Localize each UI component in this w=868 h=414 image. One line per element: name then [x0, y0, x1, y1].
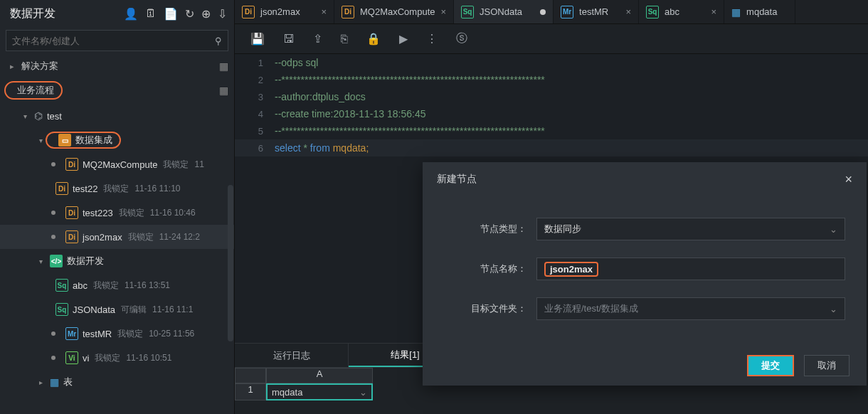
save-all-icon[interactable]: 🖫 — [283, 33, 295, 46]
close-icon[interactable]: × — [625, 6, 631, 17]
dropdown-icon[interactable]: ⌄ — [359, 387, 367, 398]
close-icon[interactable]: × — [711, 6, 716, 17]
tree-item-name: MQ2MaxCompute — [83, 159, 157, 170]
cancel-button[interactable]: 取消 — [804, 355, 850, 376]
table-icon: ▦ — [50, 376, 59, 388]
tree-item[interactable]: Vi vi 我锁定 11-16 10:51 — [0, 346, 234, 370]
tab-mqdata[interactable]: ▦ mqdata — [724, 0, 795, 23]
tree-node-integration[interactable]: ▾ ▭ 数据集成 — [0, 128, 234, 152]
tree-node-label: 数据集成 — [75, 134, 112, 147]
submit-icon[interactable]: ⇪ — [313, 32, 322, 46]
grid-icon[interactable]: ▦ — [219, 85, 227, 96]
deploy-icon[interactable]: ⎘ — [341, 33, 348, 46]
code-icon: </> — [50, 255, 63, 267]
close-icon[interactable]: × — [321, 6, 327, 17]
tree-item-name: vi — [83, 353, 89, 363]
create-node-modal: 新建节点 × 节点类型： 数据同步 ⌄ 节点名称： json2max 目标文件夹… — [423, 162, 867, 386]
tree-item-name: JSONdata — [73, 304, 115, 315]
grid-icon[interactable]: ▦ — [219, 60, 227, 72]
tree-item[interactable]: Di test223 我锁定 11-16 10:46 — [0, 201, 234, 225]
node-type-select[interactable]: 数据同步 ⌄ — [536, 218, 845, 240]
tree-item-meta: 我锁定 — [117, 328, 143, 340]
select-value: 数据同步 — [544, 223, 581, 235]
sidebar-search[interactable]: ⚲ — [6, 30, 228, 51]
status-dot — [51, 162, 55, 166]
tree-item-time: 11-16 13:51 — [125, 280, 170, 290]
grid-col-header[interactable]: A — [266, 368, 373, 383]
cost-icon[interactable]: ⓢ — [456, 31, 467, 46]
field-label-name: 节点名称： — [444, 262, 536, 275]
di-icon: Di — [65, 230, 78, 243]
close-icon[interactable]: × — [440, 6, 446, 17]
di-icon: Di — [342, 6, 354, 18]
section-flows-label: 业务流程 — [17, 84, 54, 97]
section-solutions[interactable]: ▸ 解决方案 ▦ — [0, 54, 234, 78]
tree-item[interactable]: Di test22 我锁定 11-16 11:10 — [0, 176, 234, 201]
search-input[interactable] — [12, 36, 215, 46]
tab-jsondata[interactable]: Sq JSONdata — [454, 0, 554, 23]
tree-node-tables[interactable]: ▸ ▦ 表 — [0, 370, 234, 394]
run-icon[interactable]: ▶ — [399, 32, 408, 46]
di-icon: Di — [65, 206, 78, 219]
mr-icon: Mr — [65, 327, 78, 340]
submit-button[interactable]: 提交 — [747, 355, 794, 376]
sq-icon: Sq — [646, 6, 659, 18]
tree-item[interactable]: Sq JSONdata 可编辑 11-16 11:1 — [0, 297, 234, 322]
refresh-icon[interactable]: ↻ — [185, 7, 194, 21]
code-text: --**************************************… — [275, 74, 545, 85]
tab-log[interactable]: 运行日志 — [235, 344, 349, 367]
section-flows[interactable]: 业务流程 ▦ — [0, 78, 234, 102]
dirty-indicator — [540, 9, 546, 15]
flow-icon: ⌬ — [34, 110, 43, 122]
tree-item-name: abc — [73, 280, 88, 291]
status-dot — [51, 356, 55, 360]
calendar-icon[interactable]: 🗓 — [145, 7, 157, 21]
code-text: mqdata; — [330, 142, 369, 154]
table-icon: ▦ — [731, 6, 741, 18]
tree-item-time: 11-16 10:46 — [150, 208, 196, 218]
tree-item-meta: 可编辑 — [121, 304, 147, 316]
tree-item[interactable]: Sq abc 我锁定 11-16 13:51 — [0, 273, 234, 297]
import-icon[interactable]: ⇩ — [218, 7, 227, 21]
grid-cell-value: mqdata — [272, 387, 302, 398]
tree-item-time: 11-24 12:2 — [159, 232, 200, 242]
tab-json2max[interactable]: Di json2max × — [235, 0, 334, 23]
tab-label: json2max — [260, 6, 300, 17]
grid-cell[interactable]: mqdata ⌄ — [266, 383, 373, 400]
field-label-type: 节点类型： — [444, 223, 536, 235]
di-icon: Di — [65, 158, 78, 171]
tab-testmr[interactable]: Mr testMR × — [554, 0, 639, 23]
code-text: --odps sql — [275, 57, 318, 68]
sq-icon: Sq — [55, 279, 68, 292]
tree-item[interactable]: Di json2max 我锁定 11-24 12:2 — [0, 225, 234, 249]
folder-icon: ▭ — [58, 134, 71, 147]
save-icon[interactable]: 💾 — [250, 32, 265, 46]
lock-icon[interactable]: 🔒 — [366, 32, 381, 46]
close-icon[interactable]: × — [845, 172, 852, 187]
locate-icon[interactable]: ⊕ — [201, 7, 211, 21]
tree-node-dev[interactable]: ▾ </> 数据开发 — [0, 249, 234, 273]
more-icon[interactable]: ⋮ — [426, 32, 438, 46]
filter-icon[interactable]: ⚲ — [215, 36, 222, 46]
tree-item-time: 10-25 11:56 — [149, 329, 194, 339]
grid-corner[interactable] — [235, 368, 266, 383]
chevron-down-icon: ▾ — [36, 258, 46, 265]
tree-item-time: 11 — [194, 159, 203, 169]
target-folder-select[interactable]: 业务流程/test/数据集成 ⌄ — [536, 297, 845, 320]
tree-item[interactable]: Di MQ2MaxCompute 我锁定 11 — [0, 152, 234, 176]
tab-mq2max[interactable]: Di MQ2MaxCompute × — [334, 0, 454, 23]
tree-item-name: json2max — [83, 232, 122, 243]
node-name-input[interactable]: json2max — [536, 258, 845, 280]
section-solutions-label: 解决方案 — [21, 60, 219, 73]
vi-icon: Vi — [65, 351, 78, 364]
user-icon[interactable]: 👤 — [124, 7, 138, 21]
sq-icon: Sq — [55, 303, 68, 316]
sidebar-scrollbar[interactable] — [228, 185, 233, 341]
tab-abc[interactable]: Sq abc × — [639, 0, 724, 23]
tree-item[interactable]: Mr testMR 我锁定 10-25 11:56 — [0, 322, 234, 346]
modal-title: 新建节点 — [437, 173, 477, 186]
tree-node-test[interactable]: ▾ ⌬ test — [0, 104, 234, 128]
chevron-down-icon: ⌄ — [830, 224, 837, 235]
new-file-icon[interactable]: 📄 — [164, 7, 178, 21]
grid-row-header[interactable]: 1 — [235, 383, 266, 400]
